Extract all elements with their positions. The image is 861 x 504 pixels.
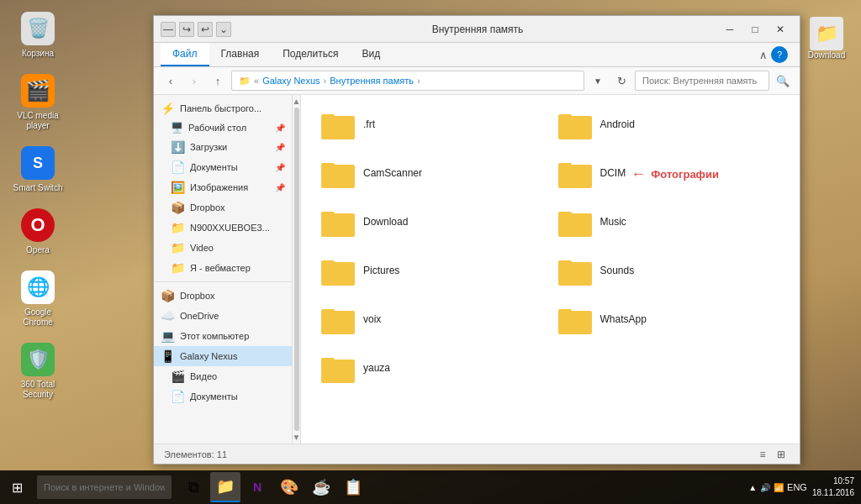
taskbar-search-input[interactable] [37,475,172,499]
sidebar-item-desktop[interactable]: 🖥️ Рабочий стол 📌 [154,118,292,137]
sidebar-item-onedrive[interactable]: ☁️ OneDrive [154,306,292,326]
sidebar-item-quick-access[interactable]: ⚡ Панель быстрого... [154,98,292,118]
file-name-sounds: Sounds [600,265,635,278]
taskbar-apps: ⧉ 📁 N 🎨 ☕ 📋 [178,472,368,502]
address-bar[interactable]: 📁 « Galaxy Nexus › Внутренняя память › [231,71,584,91]
file-item-pictures[interactable]: Pictures [314,248,550,295]
ribbon-tab-share[interactable]: Поделиться [271,43,350,66]
tb-btn-3[interactable]: ↩ [198,22,213,37]
search-btn[interactable]: 🔍 [773,75,793,87]
ribbon-collapse-btn[interactable]: ∧ [759,49,768,61]
file-item-dcim[interactable]: DCIM ← Фотографии [552,150,787,197]
sidebar-item-galaxy-nexus[interactable]: 📱 Galaxy Nexus [154,346,292,366]
file-item-download[interactable]: Download [314,199,550,246]
desktop-icon-opera[interactable]: O Opera [8,205,67,259]
sidebar-galaxy-nexus-label: Galaxy Nexus [180,351,237,361]
sidebar-item-dropbox2[interactable]: 📦 Dropbox [154,286,292,306]
start-button[interactable]: ⊞ [0,470,34,504]
breadcrumb-sep-2: › [417,76,420,86]
network-icon[interactable]: 📶 [774,483,784,492]
pin-icon-3: 📌 [275,163,285,172]
svg-rect-5 [321,163,335,170]
svg-rect-1 [321,114,335,121]
search-input[interactable] [635,71,769,91]
downloads-right-icon: 📁 [810,17,843,50]
minimize-btn[interactable]: ─ [717,16,742,43]
ribbon-help-btn[interactable]: ? [771,46,788,63]
file-item-camscanner[interactable]: CamScanner [314,150,550,197]
file-item-music[interactable]: Music [552,199,787,246]
maximize-btn[interactable]: □ [742,16,768,43]
desktop-icon-chrome[interactable]: 🌐 Google Chrome [8,267,67,331]
dcim-annotation-label: Фотографии [651,168,719,181]
sidebar-item-video2[interactable]: 🎬 Видео [154,366,292,386]
chrome-icon: 🌐 [21,270,55,304]
window-title: Внутренняя память [238,24,717,35]
nav-back-btn[interactable]: ‹ [161,71,181,91]
ribbon-tabs: Файл Главная Поделиться Вид ∧ ? [154,43,800,66]
taskbar-clock[interactable]: 10:57 18.11.2016 [812,475,854,499]
sidebar-scrollbar[interactable]: ▲ ▼ [293,95,301,444]
ribbon-tab-home[interactable]: Главная [209,43,272,66]
recycle-bin-label: Корзина [22,49,54,59]
taskbar-app-task-view[interactable]: ⧉ [178,472,209,502]
tb-btn-4[interactable]: ⌄ [216,22,231,37]
desktop-icon-360[interactable]: 🛡️ 360 Total Security [8,339,67,403]
scroll-down-arrow[interactable]: ▼ [293,433,300,442]
scroll-up-arrow[interactable]: ▲ [293,97,300,106]
file-item-android[interactable]: Android [552,102,787,149]
taskbar-app-java[interactable]: ☕ [306,472,336,502]
smart-switch-label: Smart Switch [13,183,63,193]
desktop-icon-downloads-right[interactable]: 📁 Download [797,17,856,60]
sidebar-n900-label: N900XXUEBOE3... [190,223,270,233]
file-item-whatsapp[interactable]: WhatsApp [552,297,787,344]
taskbar-app-paint[interactable]: 🎨 [274,472,304,502]
view-list-btn[interactable]: ≡ [754,447,771,462]
speaker-icon[interactable]: 🔊 [760,483,770,492]
minimize-restore-btn[interactable]: — [161,22,176,37]
sidebar-item-video[interactable]: 📁 Video [154,238,292,258]
smart-switch-icon: S [21,146,55,180]
sidebar-item-this-pc[interactable]: 💻 Этот компьютер [154,326,292,346]
breadcrumb-internal[interactable]: Внутренняя память [330,76,414,86]
close-btn[interactable]: ✕ [768,16,793,43]
video-sidebar-icon: 📁 [171,241,185,255]
sidebar-quick-access-label: Панель быстрого... [180,103,261,113]
file-item-yauza[interactable]: yauza [314,345,550,392]
scroll-thumb[interactable] [294,108,299,431]
view-grid-btn[interactable]: ⊞ [773,447,790,462]
sidebar-item-documents2[interactable]: 📄 Документы [154,386,292,407]
galaxy-nexus-sidebar-icon: 📱 [161,349,175,363]
file-name-voix: voix [363,313,381,327]
file-item-sounds[interactable]: Sounds [552,248,787,295]
ribbon-tab-file[interactable]: Файл [161,43,209,66]
opera-icon: O [21,208,55,242]
nav-up-btn[interactable]: ↑ [208,71,228,91]
lang-label[interactable]: ENG [787,482,807,492]
breadcrumb-galaxy-nexus[interactable]: Galaxy Nexus [262,76,320,86]
taskbar-app-onenote[interactable]: N [242,472,272,502]
sys-tray-arrow[interactable]: ▲ [748,483,757,492]
desktop-icon-recycle-bin[interactable]: 🗑️ Корзина [8,8,67,62]
taskbar-app-misc[interactable]: 📋 [338,472,368,502]
svg-rect-21 [321,358,335,365]
tb-btn-2[interactable]: ↪ [179,22,194,37]
sidebar-item-webmaster[interactable]: 📁 Я - вебмастер [154,258,292,278]
sidebar-item-documents[interactable]: 📄 Документы 📌 [154,157,292,177]
file-item-voix[interactable]: voix [314,297,550,344]
file-grid: .frt Android [301,95,800,444]
window-controls: ─ □ ✕ [717,16,793,43]
downloads-right-label: Download [808,50,845,60]
address-dropdown-btn[interactable]: ▼ [588,71,608,91]
sidebar-item-downloads[interactable]: ⬇️ Загрузки 📌 [154,137,292,157]
refresh-btn[interactable]: ↻ [611,71,631,91]
desktop-icon-vlc[interactable]: 🎬 VLC media player [8,71,67,134]
taskbar-app-explorer[interactable]: 📁 [210,472,240,502]
sidebar-item-images[interactable]: 🖼️ Изображения 📌 [154,177,292,197]
desktop-icon-smart-switch[interactable]: S Smart Switch [8,143,67,197]
sidebar-item-dropbox1[interactable]: 📦 Dropbox [154,197,292,218]
nav-forward-btn[interactable]: › [184,71,204,91]
ribbon-tab-view[interactable]: Вид [350,43,392,66]
sidebar-item-n900[interactable]: 📁 N900XXUEBOE3... [154,218,292,238]
file-item-frt[interactable]: .frt [314,102,550,149]
